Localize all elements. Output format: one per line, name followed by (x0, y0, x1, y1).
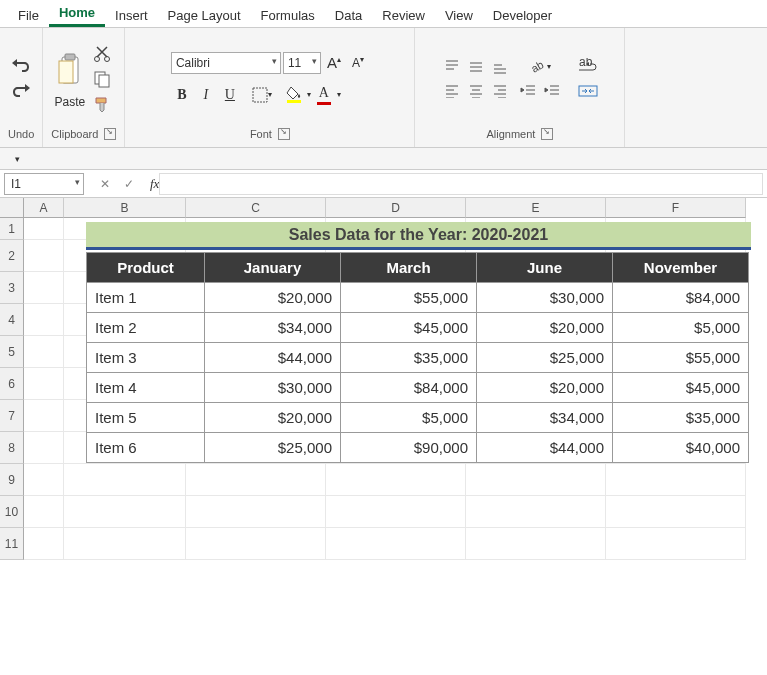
tab-home[interactable]: Home (49, 1, 105, 27)
tab-page-layout[interactable]: Page Layout (158, 4, 251, 27)
cell[interactable] (24, 432, 64, 464)
increase-indent-button[interactable] (541, 80, 563, 102)
cell[interactable] (24, 336, 64, 368)
tab-formulas[interactable]: Formulas (251, 4, 325, 27)
cell[interactable] (24, 528, 64, 560)
table-cell[interactable]: $20,000 (477, 373, 613, 403)
align-middle-button[interactable] (465, 56, 487, 78)
fx-icon[interactable]: fx (150, 176, 159, 192)
increase-font-button[interactable]: A▴ (323, 52, 345, 74)
table-cell[interactable]: $45,000 (341, 313, 477, 343)
table-cell[interactable]: $30,000 (477, 283, 613, 313)
alignment-dialog-launcher[interactable] (541, 128, 553, 140)
row-header[interactable]: 4 (0, 304, 24, 336)
bold-button[interactable]: B (171, 84, 193, 106)
row-header[interactable]: 10 (0, 496, 24, 528)
align-center-button[interactable] (465, 80, 487, 102)
table-cell[interactable]: $30,000 (205, 373, 341, 403)
row-header[interactable]: 2 (0, 240, 24, 272)
cell[interactable] (24, 496, 64, 528)
wrap-text-button[interactable]: ab (577, 55, 599, 77)
align-right-button[interactable] (489, 80, 511, 102)
table-cell[interactable]: $55,000 (613, 343, 749, 373)
cell[interactable] (64, 464, 186, 496)
font-size-select[interactable]: 11 (283, 52, 321, 74)
table-cell[interactable]: $44,000 (205, 343, 341, 373)
cell[interactable] (606, 528, 746, 560)
copy-button[interactable] (91, 68, 113, 90)
tab-insert[interactable]: Insert (105, 4, 158, 27)
table-cell[interactable]: Item 3 (87, 343, 205, 373)
table-cell[interactable]: Item 4 (87, 373, 205, 403)
tab-review[interactable]: Review (372, 4, 435, 27)
table-cell[interactable]: $20,000 (205, 283, 341, 313)
table-cell[interactable]: $34,000 (477, 403, 613, 433)
row-header[interactable]: 5 (0, 336, 24, 368)
cell[interactable] (186, 496, 326, 528)
row-header[interactable]: 11 (0, 528, 24, 560)
paste-button[interactable] (56, 48, 84, 92)
merge-center-button[interactable] (577, 80, 599, 102)
cell[interactable] (24, 304, 64, 336)
cell[interactable] (326, 496, 466, 528)
formula-bar[interactable] (159, 173, 763, 195)
table-cell[interactable]: $5,000 (613, 313, 749, 343)
table-cell[interactable]: $84,000 (341, 373, 477, 403)
row-header[interactable]: 6 (0, 368, 24, 400)
table-cell[interactable]: $20,000 (205, 403, 341, 433)
column-header[interactable]: E (466, 198, 606, 218)
align-bottom-button[interactable] (489, 56, 511, 78)
clipboard-dialog-launcher[interactable] (104, 128, 116, 140)
table-cell[interactable]: $90,000 (341, 433, 477, 463)
tab-file[interactable]: File (8, 4, 49, 27)
tab-data[interactable]: Data (325, 4, 372, 27)
worksheet[interactable]: ABCDEF 1234567891011 Sales Data for the … (0, 198, 767, 560)
cell[interactable] (24, 400, 64, 432)
undo-button[interactable] (10, 55, 32, 77)
table-cell[interactable]: $34,000 (205, 313, 341, 343)
italic-button[interactable]: I (195, 84, 217, 106)
row-header[interactable]: 9 (0, 464, 24, 496)
column-header[interactable]: C (186, 198, 326, 218)
table-cell[interactable]: Item 1 (87, 283, 205, 313)
column-header[interactable]: A (24, 198, 64, 218)
tab-developer[interactable]: Developer (483, 4, 562, 27)
decrease-font-button[interactable]: A▾ (347, 52, 369, 74)
row-header[interactable]: 8 (0, 432, 24, 464)
table-cell[interactable]: $40,000 (613, 433, 749, 463)
table-cell[interactable]: $35,000 (341, 343, 477, 373)
cell[interactable] (186, 528, 326, 560)
decrease-indent-button[interactable] (517, 80, 539, 102)
font-name-select[interactable]: Calibri (171, 52, 281, 74)
cell[interactable] (64, 496, 186, 528)
table-cell[interactable]: $5,000 (341, 403, 477, 433)
table-cell[interactable]: $20,000 (477, 313, 613, 343)
cell[interactable] (326, 528, 466, 560)
align-top-button[interactable] (441, 56, 463, 78)
table-cell[interactable]: Item 5 (87, 403, 205, 433)
tab-view[interactable]: View (435, 4, 483, 27)
column-header[interactable]: B (64, 198, 186, 218)
cancel-formula-button[interactable]: ✕ (94, 173, 116, 195)
column-header[interactable]: D (326, 198, 466, 218)
cell[interactable] (186, 464, 326, 496)
cell[interactable] (24, 272, 64, 304)
cell[interactable] (64, 528, 186, 560)
table-cell[interactable]: $44,000 (477, 433, 613, 463)
table-cell[interactable]: Item 6 (87, 433, 205, 463)
row-header[interactable]: 7 (0, 400, 24, 432)
font-dialog-launcher[interactable] (278, 128, 290, 140)
cell[interactable] (466, 528, 606, 560)
table-cell[interactable]: $45,000 (613, 373, 749, 403)
row-header[interactable]: 3 (0, 272, 24, 304)
fill-color-button[interactable] (283, 84, 305, 106)
cell[interactable] (606, 496, 746, 528)
format-painter-button[interactable] (91, 93, 113, 115)
table-cell[interactable]: $55,000 (341, 283, 477, 313)
align-left-button[interactable] (441, 80, 463, 102)
table-cell[interactable]: $84,000 (613, 283, 749, 313)
table-cell[interactable]: $35,000 (613, 403, 749, 433)
select-all-triangle[interactable] (0, 198, 24, 218)
table-cell[interactable]: $25,000 (205, 433, 341, 463)
column-header[interactable]: F (606, 198, 746, 218)
